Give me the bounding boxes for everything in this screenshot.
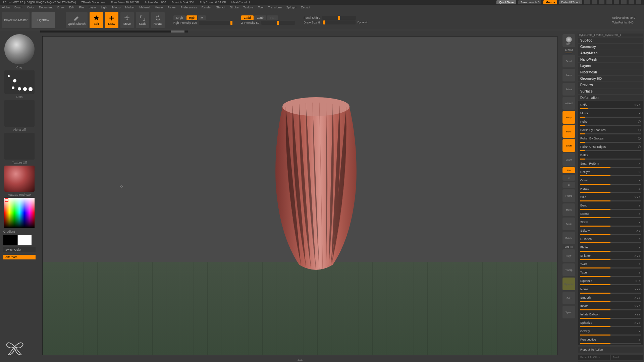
nav-rotate-button[interactable]: Rotate xyxy=(562,232,575,244)
menu-tool[interactable]: Tool xyxy=(258,6,264,9)
def-smooth[interactable]: SmoothXYZ xyxy=(579,294,642,301)
floor-button[interactable]: Floor xyxy=(562,125,575,138)
menu-movie[interactable]: Movie xyxy=(155,6,163,9)
material-preview[interactable] xyxy=(4,166,35,192)
def-sflatten[interactable]: SFlattenXYZ xyxy=(579,252,642,259)
def-rotate[interactable]: RotateZ xyxy=(579,185,642,192)
brush-preview[interactable] xyxy=(4,34,35,64)
menu-edit[interactable]: Edit xyxy=(69,6,74,9)
draw-button[interactable]: Draw xyxy=(105,12,118,28)
window-button-7[interactable] xyxy=(629,0,634,4)
seethrough-slider[interactable]: See-through 0 xyxy=(518,0,541,4)
polyf-button[interactable]: PolyF xyxy=(562,249,575,262)
section-masking[interactable]: Masking xyxy=(578,361,643,362)
transp-button[interactable]: Transp xyxy=(562,263,575,276)
section-preview[interactable]: Preview xyxy=(578,82,643,88)
def-polish-crisp-edges[interactable]: Polish Crisp Edges xyxy=(579,143,642,150)
window-close[interactable] xyxy=(636,0,641,4)
menu-render[interactable]: Render xyxy=(202,6,212,9)
def-taper[interactable]: TaperZ xyxy=(579,269,642,276)
rgb-intensity-slider[interactable] xyxy=(199,21,232,25)
rotate-button[interactable]: Rotate xyxy=(151,12,165,28)
dynamic-label[interactable]: Dynamic xyxy=(358,21,368,24)
section-fibermesh[interactable]: FiberMesh xyxy=(578,69,643,75)
timeline-bar[interactable] xyxy=(0,30,644,33)
section-subtool[interactable]: SubTool xyxy=(578,38,643,43)
stroke-preview[interactable] xyxy=(4,70,35,94)
move-button[interactable]: Move xyxy=(120,12,134,28)
projection-master-button[interactable]: Projection Master xyxy=(2,12,30,28)
dynamic-button[interactable]: Dynamic xyxy=(562,278,575,290)
menu-picker[interactable]: Picker xyxy=(167,6,176,9)
window-button-6[interactable] xyxy=(621,0,627,4)
def-polish[interactable]: Polish xyxy=(579,118,642,125)
menus-button[interactable]: Menus xyxy=(543,0,557,4)
def-unify[interactable]: UnifyXYZ xyxy=(579,102,642,108)
mrgb-button[interactable]: Mrgb xyxy=(173,15,186,20)
menu-layer[interactable]: Layer xyxy=(89,6,96,9)
repeat-active-button[interactable]: Repeat To Active xyxy=(578,347,643,353)
actual-button[interactable]: Actual xyxy=(562,83,575,96)
z-intensity-slider[interactable] xyxy=(261,21,295,25)
scroll-button[interactable]: Scroll xyxy=(562,55,575,67)
nav-misc-1[interactable]: ◎ xyxy=(562,175,575,181)
focal-shift-slider[interactable] xyxy=(322,16,356,20)
texture-preview[interactable] xyxy=(4,133,35,160)
def-perspective[interactable]: PerspectiveZ xyxy=(579,336,642,343)
spix-label[interactable]: SPix 3 xyxy=(565,48,573,51)
def-bend[interactable]: BendZ xyxy=(579,202,642,209)
nav-misc-2[interactable]: ◉ xyxy=(562,182,575,188)
def-sbend[interactable]: SBendZ xyxy=(579,210,642,217)
persp-button[interactable]: Persp xyxy=(562,111,575,124)
menu-draw[interactable]: Draw xyxy=(57,6,64,9)
section-deformation[interactable]: Deformation xyxy=(578,95,643,101)
menu-stroke[interactable]: Stroke xyxy=(230,6,238,9)
menu-macro[interactable]: Macro xyxy=(112,6,120,9)
window-button-4[interactable] xyxy=(606,0,612,4)
lightbox-button[interactable]: LightBox xyxy=(32,12,55,28)
window-button-3[interactable] xyxy=(599,0,604,4)
def-inflate-balloon[interactable]: Inflate BalloonXYZ xyxy=(579,311,642,318)
menu-file[interactable]: File xyxy=(79,6,84,9)
def-relax[interactable]: Relax xyxy=(579,152,642,159)
zadd-button[interactable]: Zadd xyxy=(241,15,254,20)
color-picker[interactable] xyxy=(4,198,35,228)
def-inflate[interactable]: InflateXYZ xyxy=(579,303,642,309)
menu-alpha[interactable]: Alpha xyxy=(2,6,10,9)
frame-button[interactable]: Frame xyxy=(562,189,575,202)
menu-stencil[interactable]: Stencil xyxy=(216,6,225,9)
section-surface[interactable]: Surface xyxy=(578,88,643,94)
zsub-button[interactable]: Zsub xyxy=(254,15,266,20)
def-smart-resym[interactable]: Smart ReSymX xyxy=(579,160,642,167)
section-arraymesh[interactable]: ArrayMesh xyxy=(578,50,643,56)
menu-preferences[interactable]: Preferences xyxy=(180,6,197,9)
bpr-button[interactable]: BPR xyxy=(562,34,575,47)
tool-thumbnail[interactable]: Cylinder3D_1 PM3D_Cylinder3D_1 xyxy=(578,34,643,37)
lsym-button[interactable]: LSym xyxy=(562,153,575,166)
section-layers[interactable]: Layers xyxy=(578,63,643,69)
quicksketch-button[interactable]: Quick Sketch xyxy=(66,12,88,28)
switchcolor-button[interactable]: SwitchColor xyxy=(3,247,36,252)
bottom-handle[interactable]: ▴▴▴ xyxy=(298,358,303,361)
section-nanomesh[interactable]: NanoMesh xyxy=(578,57,643,62)
def-squeeze[interactable]: SqueezeX Z xyxy=(579,278,642,284)
def-noise[interactable]: NoiseXYZ xyxy=(579,286,642,293)
menu-brush[interactable]: Brush xyxy=(14,6,22,9)
menu-marker[interactable]: Marker xyxy=(125,6,135,9)
swatch-white[interactable] xyxy=(18,235,32,245)
menu-color[interactable]: Color xyxy=(27,6,35,9)
menu-zscript[interactable]: Zscript xyxy=(301,6,310,9)
cylinder-mesh[interactable] xyxy=(269,94,363,275)
local-button[interactable]: Local xyxy=(562,139,575,152)
solo-button[interactable]: Solo xyxy=(562,292,575,304)
menu-zplugin[interactable]: Zplugin xyxy=(286,6,297,9)
menu-document[interactable]: Document xyxy=(39,6,53,9)
def-rflatten[interactable]: RFlattenZ xyxy=(579,236,642,242)
def-resym[interactable]: ReSymX xyxy=(579,169,642,175)
def-offset[interactable]: OffsetY xyxy=(579,177,642,184)
menu-material[interactable]: Material xyxy=(139,6,150,9)
scale-button[interactable]: Scale xyxy=(136,12,149,28)
nav-move-button[interactable]: Move xyxy=(562,203,575,216)
zoom-button[interactable]: Zoom xyxy=(562,69,575,81)
window-button-5[interactable] xyxy=(614,0,619,4)
